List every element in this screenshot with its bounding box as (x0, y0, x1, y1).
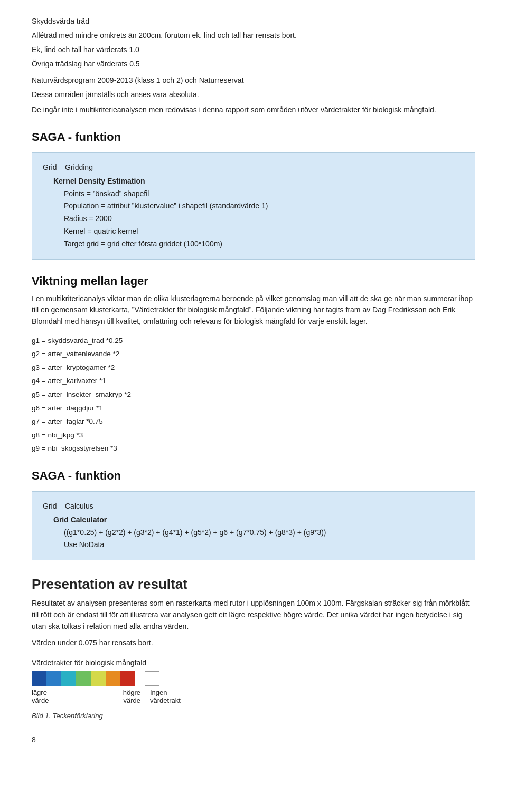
saga1-line5: Target grid = grid efter första griddet … (64, 238, 464, 251)
intro-line3: Ek, lind och tall har värderats 1.0 (32, 44, 475, 55)
saga1-line1: Points = ”önskad” shapefil (64, 188, 464, 200)
legend-text-hogre: högre värde (93, 689, 140, 704)
formula-g4: g4 = arter_karlvaxter *1 (32, 375, 475, 387)
color-yellow (91, 671, 106, 686)
saga1-title: SAGA - funktion (32, 130, 475, 144)
saga2-title: SAGA - funktion (32, 469, 475, 483)
saga2-category: Grid – Calculus (43, 500, 464, 513)
saga1-line2: Population = attribut ”klustervalue” i s… (64, 200, 464, 213)
viktning-title: Viktning mellan lager (32, 274, 475, 288)
formula-g2: g2 = arter_vattenlevande *2 (32, 348, 475, 360)
presentation-para1: Resultatet av analysen presenteras som e… (32, 598, 475, 632)
saga1-box: Grid – Gridding Kernel Density Estimatio… (32, 152, 475, 260)
formula-g8: g8 = nbi_jkpg *3 (32, 429, 475, 441)
legend-text-lagre: lägre värde (32, 689, 61, 704)
intro-line6: Dessa områden jämställs och anses vara a… (32, 89, 475, 100)
color-red (120, 671, 135, 686)
saga1-line3: Radius = 2000 (64, 213, 464, 225)
formula-g1: g1 = skyddsvarda_trad *0.25 (32, 335, 475, 347)
formula-g3: g3 = arter_kryptogamer *2 (32, 362, 475, 374)
color-green (76, 671, 91, 686)
formula-block: g1 = skyddsvarda_trad *0.25 g2 = arter_v… (32, 335, 475, 454)
saga2-formula: ((g1*0.25) + (g2*2) + (g3*2) + (g4*1) + … (64, 527, 464, 539)
intro-line7: De ingår inte i multikriterieanalysen me… (32, 104, 475, 116)
saga1-subcategory: Kernel Density Estimation (53, 175, 464, 188)
intro-line5: Naturvårdsprogram 2009-2013 (klass 1 och… (32, 75, 475, 86)
viktning-para1: I en multikriterieanalys viktar man de o… (32, 293, 475, 328)
saga2-nodata: Use NoData (64, 539, 464, 551)
intro-line2: Alléträd med mindre omkrets än 200cm, fö… (32, 30, 475, 41)
intro-line1: Skyddsvärda träd (32, 16, 475, 27)
intro-line4: Övriga trädslag har värderats 0.5 (32, 59, 475, 70)
formula-g7: g7 = arter_faglar *0.75 (32, 416, 475, 427)
page-number: 8 (32, 735, 475, 744)
formula-g5: g5 = arter_insekter_smakryp *2 (32, 389, 475, 400)
saga2-subcategory: Grid Calculator (53, 514, 464, 527)
saga1-category: Grid – Gridding (43, 161, 464, 174)
presentation-para2: Värden under 0.075 har rensats bort. (32, 637, 475, 649)
presentation-title: Presentation av resultat (32, 576, 475, 593)
legend-text-ingen: Ingen värdetrakt (150, 689, 181, 704)
formula-g6: g6 = arter_daggdjur *1 (32, 403, 475, 414)
legend-nodata-swatch (145, 671, 159, 686)
legend-color-row (32, 671, 475, 686)
saga1-line4: Kernel = quatric kernel (64, 225, 464, 238)
caption: Bild 1. Teckenförklaring (32, 712, 475, 720)
legend-label: Värdetrakter för biologisk mångfald (32, 658, 475, 667)
legend-gradient (32, 671, 135, 686)
color-orange (106, 671, 120, 686)
color-blue (46, 671, 61, 686)
legend-text-row: lägre värde högre värde Ingen värdetrakt (32, 689, 475, 704)
saga2-box: Grid – Calculus Grid Calculator ((g1*0.2… (32, 491, 475, 560)
color-cyan (61, 671, 76, 686)
color-darkblue (32, 671, 46, 686)
formula-g9: g9 = nbi_skogsstyrelsen *3 (32, 443, 475, 454)
legend-section: Värdetrakter för biologisk mångfald lägr… (32, 658, 475, 704)
